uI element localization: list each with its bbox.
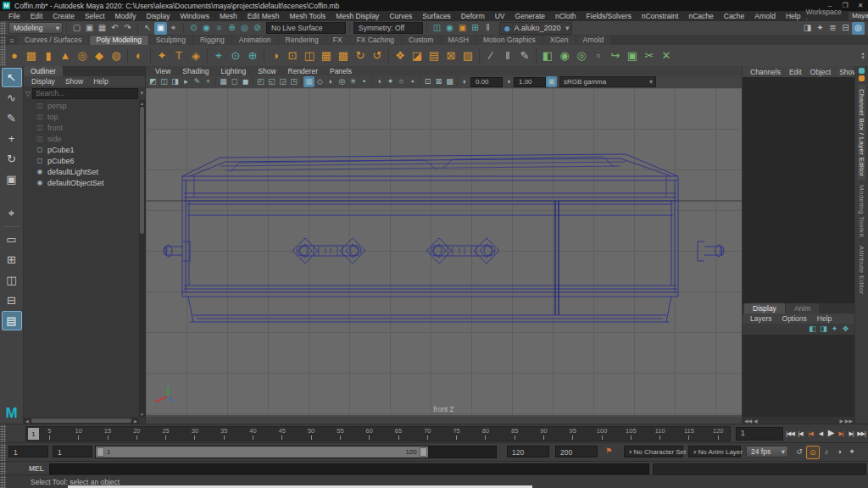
status-grip[interactable] — [0, 21, 6, 35]
shaded-mode-icon[interactable]: ◇ — [314, 76, 326, 87]
default-material-icon[interactable]: ◖ — [374, 76, 385, 87]
range-start-handle[interactable] — [97, 447, 104, 457]
modeling-toolkit-toggle-icon[interactable]: ◨ — [801, 22, 814, 35]
make-live-cube-icon[interactable]: ▫ — [590, 47, 607, 64]
range-grip[interactable] — [0, 443, 6, 461]
search-options-icon[interactable]: ▾ — [140, 90, 143, 97]
menu-set-selector[interactable]: Modeling — [8, 22, 63, 34]
snap-together-icon[interactable]: ⊙ — [227, 47, 244, 64]
select-tool-icon[interactable]: ↖ — [2, 68, 22, 87]
play-forwards-icon[interactable]: ▶ — [826, 426, 836, 440]
menu-edit[interactable]: Edit — [785, 68, 806, 76]
crease-tool-icon[interactable]: ✎ — [516, 47, 533, 64]
lattice-icon[interactable]: ⊠ — [442, 47, 459, 64]
select-component-icon[interactable]: ⌖ — [167, 22, 180, 35]
tab-fx-caching[interactable]: FX Caching — [350, 36, 401, 45]
animation-start-field[interactable]: 1 — [8, 446, 48, 458]
character-controls-toggle-icon[interactable]: ✦ — [814, 22, 826, 35]
range-end-handle[interactable] — [420, 447, 427, 457]
menu-display[interactable]: Display — [26, 77, 60, 86]
time-grip[interactable] — [0, 424, 6, 442]
auto-key-icon[interactable]: ⊙ — [806, 446, 820, 459]
anim-layer-dropdown[interactable]: No Anim Layer — [688, 446, 741, 458]
curve-to-poly-icon[interactable]: ↪ — [607, 47, 624, 64]
last-tool-icon[interactable]: ⌖ — [2, 203, 22, 223]
menu-help[interactable]: Help — [812, 314, 837, 323]
reduce-icon[interactable]: ▩ — [335, 47, 352, 64]
lock-camera-icon[interactable]: ◫ — [159, 76, 170, 87]
animation-preferences-icon[interactable]: ◑ — [833, 446, 845, 458]
move-tool-icon[interactable]: + — [2, 129, 22, 148]
color-management-toggle-icon[interactable]: ▣ — [546, 76, 557, 87]
undo-icon[interactable]: ↶ — [108, 22, 121, 35]
bevel-icon[interactable]: ◪ — [409, 47, 426, 64]
outliner-tab[interactable]: Outliner — [24, 66, 63, 76]
menu-display[interactable]: Display — [142, 12, 175, 20]
strip-icon-1[interactable] — [859, 75, 865, 81]
2d-pan-zoom-icon[interactable]: + — [203, 76, 214, 87]
playhead[interactable]: 1 — [28, 428, 39, 440]
tab-rigging[interactable]: Rigging — [193, 36, 231, 45]
render-frame-icon[interactable]: ◫ — [431, 22, 443, 35]
outliner-item-defaultlightset[interactable]: ◉defaultLightSet — [24, 166, 139, 177]
poly-plane-icon[interactable]: ◆ — [91, 47, 108, 64]
tab-poly-modeling[interactable]: Poly Modeling — [90, 36, 148, 45]
account-chip[interactable]: ☻ A.aluko_2020 — [499, 22, 572, 35]
filter-icon[interactable]: ▽ — [25, 90, 31, 97]
cut-faces-icon[interactable]: ✂ — [641, 47, 658, 64]
menu-mesh[interactable]: Mesh — [214, 12, 242, 20]
outliner-item-side[interactable]: ◫side — [24, 133, 139, 144]
grid-fill-icon[interactable]: ▣ — [624, 47, 641, 64]
colorspace-dropdown[interactable]: sRGB gamma — [559, 76, 656, 87]
menu-cache[interactable]: Cache — [719, 12, 750, 20]
tab-display[interactable]: Display — [744, 303, 785, 313]
layout-two-pane-stacked-icon[interactable]: ⊟ — [2, 291, 22, 310]
attribute-editor-toggle-icon[interactable]: ⊟ — [839, 22, 852, 35]
tab-fx[interactable]: FX — [326, 36, 349, 45]
layout-four-pane-icon[interactable]: ⊞ — [2, 250, 22, 269]
gate-mask-icon[interactable]: ◰ — [255, 76, 266, 87]
field-chart-icon[interactable]: ◱ — [266, 76, 277, 87]
mute-sound-icon[interactable]: ♪ — [821, 446, 832, 458]
time-ruler[interactable]: 5101520253035404550556065707580859095100… — [25, 426, 731, 441]
platonic-solid-icon[interactable]: ◐ — [131, 47, 147, 64]
boolean-icon[interactable]: ◑ — [267, 47, 284, 64]
safe-action-icon[interactable]: ◲ — [277, 76, 288, 87]
menu-view[interactable]: View — [149, 67, 176, 75]
resolution-gate-icon[interactable]: ◼ — [240, 76, 251, 87]
fill-hole-icon[interactable]: ▦ — [318, 47, 335, 64]
smooth-icon[interactable]: ↻ — [352, 47, 369, 64]
snap-grid-icon[interactable]: ⊙ — [187, 22, 200, 35]
menu-layers[interactable]: Layers — [745, 314, 777, 323]
tab-animation[interactable]: Animation — [232, 36, 278, 45]
menu-curves[interactable]: Curves — [384, 12, 417, 20]
lasso-tool-icon[interactable]: ∿ — [2, 88, 22, 108]
character-set-dropdown[interactable]: No Character Set — [624, 446, 683, 458]
snap-projected-center-icon[interactable]: ⊕ — [225, 22, 238, 35]
relax-brush-icon[interactable]: ◉ — [556, 47, 573, 64]
menu-arnold[interactable]: Arnold — [749, 12, 781, 20]
super-shape-icon[interactable]: ✦ — [153, 47, 170, 64]
menu-nconstraint[interactable]: nConstraint — [637, 12, 683, 20]
combine-icon[interactable]: ⊡ — [284, 47, 301, 64]
rotate-tool-icon[interactable]: ↻ — [2, 149, 22, 169]
step-forward-key-icon[interactable]: ▶| — [836, 426, 846, 440]
wireframe-mode-icon[interactable]: ▦ — [303, 76, 314, 87]
isolate-select-icon[interactable]: ⊡ — [422, 76, 433, 87]
construction-aids-icon[interactable]: ⌖ — [210, 47, 227, 64]
image-plane-icon[interactable]: ✎ — [192, 76, 203, 87]
poly-sphere-icon[interactable]: ● — [6, 47, 23, 64]
menu-windows[interactable]: Windows — [175, 12, 214, 20]
search-input[interactable] — [32, 88, 138, 99]
outliner-vscrollbar[interactable]: ▲▼ — [139, 100, 145, 418]
svg-tool-icon[interactable]: ◈ — [187, 47, 204, 64]
menu-create[interactable]: Create — [47, 12, 80, 20]
outliner-item-pcube6[interactable]: ◻pCube6 — [24, 155, 139, 166]
separate-icon[interactable]: ◫ — [301, 47, 318, 64]
camera-attributes-icon[interactable]: ◨ — [170, 76, 181, 87]
exposure-field[interactable]: 0.00 — [470, 77, 503, 87]
tab-rendering[interactable]: Rendering — [279, 36, 326, 45]
snap-view-plane-icon[interactable]: ◎ — [238, 22, 251, 35]
menu-uv[interactable]: UV — [490, 12, 510, 20]
live-surface-field[interactable]: No Live Surface — [266, 22, 346, 34]
